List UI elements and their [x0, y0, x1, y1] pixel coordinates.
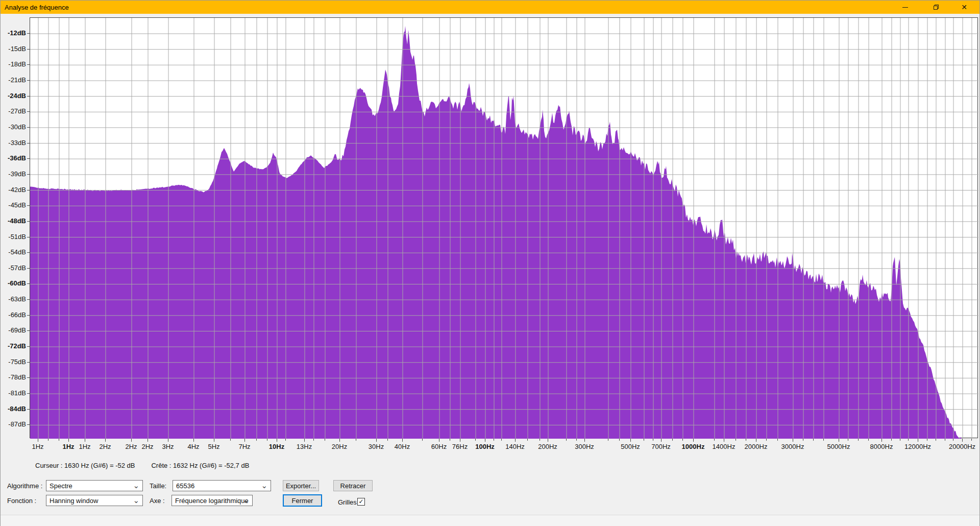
function-value: Hanning window: [50, 497, 98, 505]
y-axis-label: -66dB: [1, 311, 26, 319]
x-axis-tick: [244, 439, 245, 442]
size-value: 65536: [176, 482, 194, 490]
spectrum-plot[interactable]: [30, 17, 978, 438]
x-axis-minor-tick: [450, 439, 450, 441]
cursor-readout: Curseur : 1630 Hz (G#6) = -52 dB: [35, 462, 135, 469]
spectrum-svg: [30, 18, 978, 439]
x-axis-label: 20000Hz: [949, 443, 975, 450]
x-axis-tick: [277, 439, 277, 442]
x-axis-minor-tick: [848, 439, 848, 441]
x-axis-minor-tick: [868, 439, 869, 441]
x-axis-minor-tick: [48, 439, 48, 441]
x-axis-tick: [693, 439, 694, 442]
x-axis-tick: [793, 439, 793, 442]
x-axis-minor-tick: [736, 439, 736, 441]
y-axis-label: -15dB: [1, 45, 26, 53]
x-axis-minor-tick: [953, 439, 953, 441]
export-button[interactable]: Exporter...: [283, 480, 319, 491]
x-axis-minor-tick: [59, 439, 59, 441]
y-axis-tick: [27, 174, 30, 175]
x-axis-minor-tick: [475, 439, 476, 441]
close-window-button[interactable]: ✕: [952, 1, 976, 14]
x-axis-minor-tick: [714, 439, 715, 441]
y-axis-label: -81dB: [1, 389, 26, 397]
x-axis-tick: [548, 439, 548, 442]
restore-button[interactable]: [924, 1, 948, 14]
x-axis-label: 12000Hz: [904, 443, 931, 450]
titlebar: Analyse de fréquence ✕: [1, 1, 979, 14]
x-axis-tick: [193, 439, 194, 442]
x-axis-label: 13Hz: [297, 443, 312, 450]
x-axis-tick: [839, 439, 839, 442]
y-axis-tick: [27, 346, 30, 347]
y-axis-tick: [27, 237, 30, 237]
x-axis-label: 3000Hz: [781, 443, 804, 450]
y-axis-label: -63dB: [1, 295, 26, 303]
algorithm-dropdown[interactable]: Spectre ⌄: [46, 480, 143, 491]
x-axis-tick: [148, 439, 148, 442]
axis-dropdown[interactable]: Fréquence logarithmique ⌄: [172, 495, 253, 506]
x-axis-tick: [439, 439, 439, 442]
x-axis-minor-tick: [908, 439, 909, 441]
chevron-down-icon: ⌄: [133, 496, 139, 505]
x-axis-minor-tick: [422, 439, 423, 441]
x-axis-minor-tick: [766, 439, 767, 441]
y-axis-label: -12dB: [1, 29, 26, 37]
y-axis-label: -18dB: [1, 60, 26, 68]
close-icon: ✕: [961, 4, 967, 11]
x-axis-tick: [724, 439, 724, 442]
chevron-down-icon: ⌄: [133, 481, 139, 490]
size-dropdown[interactable]: 65536 ⌄: [173, 480, 271, 491]
x-axis-label: 8000Hz: [870, 443, 893, 450]
y-axis-label: -48dB: [1, 217, 26, 225]
x-axis-minor-tick: [285, 439, 286, 441]
x-axis-label: 30Hz: [369, 443, 384, 450]
x-axis-minor-tick: [803, 439, 803, 441]
replot-button[interactable]: Retracer: [333, 480, 373, 491]
y-axis-tick: [27, 330, 30, 331]
x-axis-label: 1Hz: [62, 443, 74, 450]
x-axis-label: 100Hz: [475, 443, 495, 450]
x-axis-tick: [105, 439, 106, 442]
x-axis-minor-tick: [356, 439, 356, 441]
x-axis-tick: [402, 439, 403, 442]
x-axis-minor-tick: [325, 439, 325, 441]
y-axis-label: -75dB: [1, 358, 26, 366]
x-axis-tick: [485, 439, 485, 442]
x-axis-label: 5000Hz: [827, 443, 850, 450]
function-dropdown[interactable]: Hanning window ⌄: [46, 495, 143, 506]
x-axis-minor-tick: [267, 439, 267, 441]
y-axis-tick: [27, 80, 30, 81]
x-axis-minor-tick: [608, 439, 608, 441]
peak-readout: Crête : 1632 Hz (G#6) = -52,7 dB: [151, 462, 249, 469]
grids-checkbox[interactable]: ✓: [357, 498, 365, 506]
x-axis-label: 2Hz: [99, 443, 111, 450]
x-axis-label: 200Hz: [538, 443, 557, 450]
y-axis-tick: [27, 283, 30, 284]
y-axis-tick: [27, 96, 30, 97]
y-axis-tick: [27, 362, 30, 363]
minimize-button[interactable]: [893, 1, 917, 14]
x-axis-label: 7Hz: [238, 443, 250, 450]
x-axis-tick: [661, 439, 662, 442]
close-button[interactable]: Fermer: [283, 494, 322, 507]
x-axis-tick: [214, 439, 214, 442]
minimize-icon: [902, 7, 908, 8]
y-axis-tick: [27, 205, 30, 206]
y-axis-label: -27dB: [1, 107, 26, 115]
spectrum-area: [30, 26, 965, 439]
y-axis-label: -33dB: [1, 139, 26, 147]
y-axis-label: -57dB: [1, 264, 26, 272]
algorithm-value: Spectre: [50, 482, 72, 490]
x-axis-minor-tick: [644, 439, 644, 441]
x-axis-tick: [168, 439, 168, 442]
x-axis-label: 1Hz: [32, 443, 43, 450]
y-axis-label: -30dB: [1, 123, 26, 131]
window-title: Analyse de fréquence: [1, 4, 69, 11]
y-axis-label: -42dB: [1, 186, 26, 194]
check-icon: ✓: [358, 498, 363, 505]
y-axis-tick: [27, 299, 30, 300]
x-axis-label: 40Hz: [395, 443, 410, 450]
y-axis-tick: [27, 409, 30, 410]
x-axis-minor-tick: [777, 439, 778, 441]
